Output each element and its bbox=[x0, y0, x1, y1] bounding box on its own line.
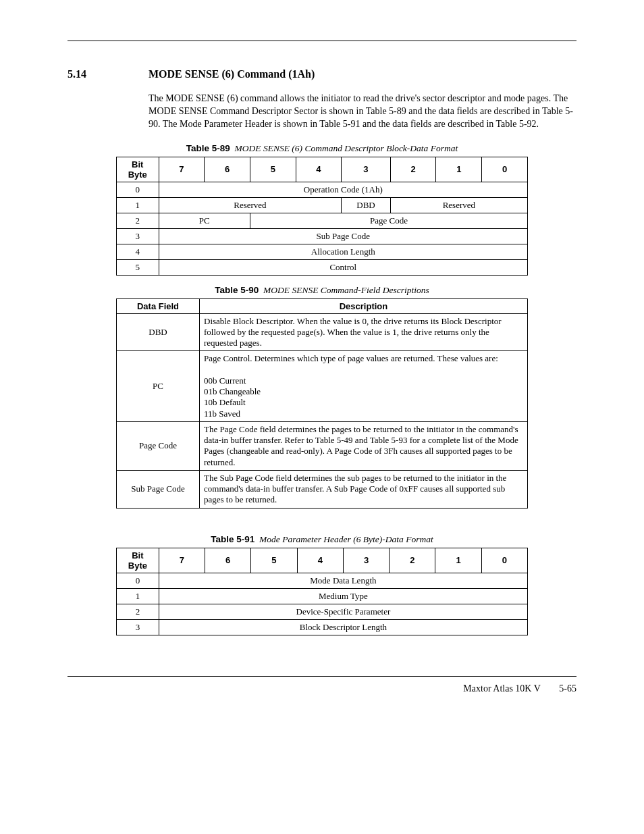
table-91-label: Table 5-91 bbox=[211, 534, 254, 544]
t91-modedatalen: Mode Data Length bbox=[159, 573, 527, 588]
t89-bit0: 0 bbox=[482, 157, 528, 182]
t91-byte0: 0 bbox=[117, 573, 159, 588]
t90-subpage-field: Sub Page Code bbox=[117, 470, 200, 508]
t91-bit7: 7 bbox=[159, 548, 205, 573]
table-89-title: MODE SENSE (6) Command Descriptor Block-… bbox=[235, 143, 458, 153]
table-90-label: Table 5-90 bbox=[215, 285, 259, 295]
table-90-title: MODE SENSE Command-Field Descriptions bbox=[263, 285, 429, 295]
t91-bit5: 5 bbox=[251, 548, 297, 573]
t91-byte1: 1 bbox=[117, 588, 159, 604]
t89-byte5: 5 bbox=[117, 259, 159, 275]
bottom-rule bbox=[68, 676, 576, 677]
t89-bit5: 5 bbox=[250, 157, 296, 182]
table-89-label: Table 5-89 bbox=[186, 143, 230, 153]
t91-byte3: 3 bbox=[117, 619, 159, 635]
t89-byte4: 4 bbox=[117, 244, 159, 259]
top-rule bbox=[68, 41, 576, 41]
page-footer: Maxtor Atlas 10K V 5-65 bbox=[68, 683, 576, 694]
t91-bit3: 3 bbox=[343, 548, 389, 573]
t89-bit4: 4 bbox=[296, 157, 342, 182]
t91-mediumtype: Medium Type bbox=[159, 588, 527, 604]
t89-opcode: Operation Code (1Ah) bbox=[159, 182, 527, 197]
t90-dbd-desc: Disable Block Descriptor. When the value… bbox=[200, 313, 528, 351]
t90-pagecode-desc: The Page Code field determines the pages… bbox=[200, 421, 528, 470]
t89-reserved2: Reserved bbox=[390, 197, 527, 213]
table-90-caption: Table 5-90 MODE SENSE Command-Field Desc… bbox=[68, 285, 576, 296]
t90-pc-field: PC bbox=[117, 351, 200, 422]
t90-dbd-field: DBD bbox=[117, 313, 200, 351]
t89-bit6: 6 bbox=[205, 157, 250, 182]
section-title: MODE SENSE (6) Command (1Ah) bbox=[149, 68, 315, 80]
table-89: Bit Byte 7 6 5 4 3 2 1 0 0 Operation Cod… bbox=[116, 157, 528, 276]
t91-byte2: 2 bbox=[117, 604, 159, 619]
t89-byte2: 2 bbox=[117, 213, 159, 228]
t90-pc-v3: 11b Saved bbox=[204, 409, 240, 419]
t89-dbd: DBD bbox=[342, 197, 390, 213]
t90-pc-intro: Page Control. Determines which type of p… bbox=[204, 353, 498, 363]
t90-pc-v2: 10b Default bbox=[204, 397, 246, 407]
section-heading: 5.14 MODE SENSE (6) Command (1Ah) bbox=[68, 68, 576, 80]
t89-bit1: 1 bbox=[436, 157, 482, 182]
table-91-caption: Table 5-91 Mode Parameter Header (6 Byte… bbox=[68, 534, 576, 545]
t89-control: Control bbox=[159, 259, 527, 275]
footer-page: 5-65 bbox=[559, 683, 576, 694]
t89-bit3: 3 bbox=[342, 157, 390, 182]
table-89-caption: Table 5-89 MODE SENSE (6) Command Descri… bbox=[68, 143, 576, 154]
t90-pagecode-field: Page Code bbox=[117, 421, 200, 470]
table-90: Data Field Description DBD Disable Block… bbox=[116, 298, 528, 509]
t91-bit4: 4 bbox=[297, 548, 343, 573]
t89-alloc: Allocation Length bbox=[159, 244, 527, 259]
section-number: 5.14 bbox=[68, 68, 149, 80]
t90-hdr-field: Data Field bbox=[117, 298, 200, 313]
t89-byte0: 0 bbox=[117, 182, 159, 197]
t89-byte3: 3 bbox=[117, 228, 159, 244]
t89-bit2: 2 bbox=[390, 157, 436, 182]
t89-reserved1: Reserved bbox=[159, 197, 342, 213]
t91-bit6: 6 bbox=[205, 548, 251, 573]
t91-bit2: 2 bbox=[390, 548, 435, 573]
t90-pc-v1: 01b Changeable bbox=[204, 386, 261, 396]
t89-subpage: Sub Page Code bbox=[159, 228, 527, 244]
table-91-title: Mode Parameter Header (6 Byte)-Data Form… bbox=[259, 534, 433, 544]
t91-devspec: Device-Specific Parameter bbox=[159, 604, 527, 619]
t89-byte1: 1 bbox=[117, 197, 159, 213]
t91-corner: Bit Byte bbox=[117, 548, 159, 573]
footer-book: Maxtor Atlas 10K V bbox=[463, 683, 540, 694]
t91-blockdesclen: Block Descriptor Length bbox=[159, 619, 527, 635]
t90-subpage-desc: The Sub Page Code field determines the s… bbox=[200, 470, 528, 508]
t90-pc-desc: Page Control. Determines which type of p… bbox=[200, 351, 528, 422]
t89-pc: PC bbox=[159, 213, 250, 228]
t91-bit1: 1 bbox=[435, 548, 481, 573]
t90-pc-v0: 00b Current bbox=[204, 375, 246, 386]
t89-corner: Bit Byte bbox=[117, 157, 159, 182]
t89-bit7: 7 bbox=[159, 157, 205, 182]
intro-paragraph: The MODE SENSE (6) command allows the in… bbox=[149, 93, 576, 131]
t91-bit0: 0 bbox=[481, 548, 527, 573]
t89-pagecode: Page Code bbox=[250, 213, 527, 228]
table-91: Bit Byte 7 6 5 4 3 2 1 0 0 Mode Data Len… bbox=[116, 548, 528, 635]
t90-hdr-desc: Description bbox=[200, 298, 528, 313]
